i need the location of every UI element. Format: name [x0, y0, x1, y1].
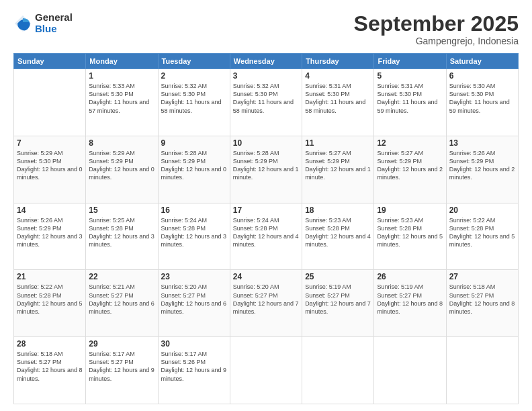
calendar-cell: 9Sunrise: 5:28 AMSunset: 5:29 PMDaylight… — [158, 136, 230, 203]
day-number: 22 — [89, 272, 154, 281]
day-info: Sunrise: 5:30 AMSunset: 5:30 PMDaylight:… — [449, 82, 515, 115]
calendar-cell: 13Sunrise: 5:26 AMSunset: 5:29 PMDayligh… — [446, 136, 518, 203]
day-number: 27 — [449, 272, 515, 281]
col-header-saturday: Saturday — [446, 54, 518, 69]
day-number: 28 — [17, 339, 83, 349]
day-number: 11 — [305, 138, 371, 148]
col-header-tuesday: Tuesday — [158, 54, 230, 69]
calendar-cell: 10Sunrise: 5:28 AMSunset: 5:29 PMDayligh… — [230, 136, 302, 203]
calendar-cell: 26Sunrise: 5:19 AMSunset: 5:27 PMDayligh… — [374, 270, 446, 337]
col-header-wednesday: Wednesday — [230, 54, 302, 69]
logo-text: General Blue — [35, 12, 73, 34]
day-info: Sunrise: 5:23 AMSunset: 5:28 PMDaylight:… — [305, 216, 371, 249]
day-info: Sunrise: 5:22 AMSunset: 5:28 PMDaylight:… — [17, 283, 83, 316]
day-info: Sunrise: 5:31 AMSunset: 5:30 PMDaylight:… — [305, 82, 371, 115]
day-info: Sunrise: 5:32 AMSunset: 5:30 PMDaylight:… — [161, 82, 227, 115]
day-info: Sunrise: 5:19 AMSunset: 5:27 PMDaylight:… — [377, 283, 443, 316]
month-title: September 2025 — [354, 12, 519, 36]
day-number: 4 — [305, 71, 371, 81]
day-info: Sunrise: 5:28 AMSunset: 5:29 PMDaylight:… — [161, 149, 227, 182]
day-info: Sunrise: 5:20 AMSunset: 5:27 PMDaylight:… — [161, 283, 227, 316]
calendar-cell: 20Sunrise: 5:22 AMSunset: 5:28 PMDayligh… — [446, 203, 518, 270]
logo-general: General — [35, 12, 73, 24]
calendar-cell: 5Sunrise: 5:31 AMSunset: 5:30 PMDaylight… — [374, 69, 446, 136]
logo-icon — [13, 14, 32, 33]
calendar-cell: 7Sunrise: 5:29 AMSunset: 5:30 PMDaylight… — [14, 136, 86, 203]
header: General Blue September 2025 Gampengrejo,… — [13, 12, 519, 46]
day-info: Sunrise: 5:27 AMSunset: 5:29 PMDaylight:… — [305, 149, 371, 182]
col-header-thursday: Thursday — [302, 54, 374, 69]
day-info: Sunrise: 5:19 AMSunset: 5:27 PMDaylight:… — [305, 283, 371, 316]
calendar-cell — [374, 337, 446, 404]
calendar-cell: 23Sunrise: 5:20 AMSunset: 5:27 PMDayligh… — [158, 270, 230, 337]
calendar-cell: 30Sunrise: 5:17 AMSunset: 5:26 PMDayligh… — [158, 337, 230, 404]
calendar-cell: 6Sunrise: 5:30 AMSunset: 5:30 PMDaylight… — [446, 69, 518, 136]
title-block: September 2025 Gampengrejo, Indonesia — [354, 12, 519, 46]
calendar-cell: 25Sunrise: 5:19 AMSunset: 5:27 PMDayligh… — [302, 270, 374, 337]
calendar-cell: 4Sunrise: 5:31 AMSunset: 5:30 PMDaylight… — [302, 69, 374, 136]
calendar-cell: 8Sunrise: 5:29 AMSunset: 5:29 PMDaylight… — [86, 136, 158, 203]
day-info: Sunrise: 5:28 AMSunset: 5:29 PMDaylight:… — [233, 149, 299, 182]
calendar-header-row: SundayMondayTuesdayWednesdayThursdayFrid… — [14, 54, 519, 69]
day-number: 10 — [233, 138, 299, 148]
day-number: 14 — [17, 205, 83, 215]
week-row-2: 7Sunrise: 5:29 AMSunset: 5:30 PMDaylight… — [14, 136, 519, 203]
calendar-cell — [230, 337, 302, 404]
day-info: Sunrise: 5:18 AMSunset: 5:27 PMDaylight:… — [17, 350, 83, 383]
day-number: 1 — [89, 71, 154, 81]
day-info: Sunrise: 5:29 AMSunset: 5:30 PMDaylight:… — [17, 149, 83, 182]
day-number: 8 — [89, 138, 154, 148]
calendar-table: SundayMondayTuesdayWednesdayThursdayFrid… — [13, 53, 519, 404]
week-row-4: 21Sunrise: 5:22 AMSunset: 5:28 PMDayligh… — [14, 270, 519, 337]
week-row-3: 14Sunrise: 5:26 AMSunset: 5:29 PMDayligh… — [14, 203, 519, 270]
day-info: Sunrise: 5:17 AMSunset: 5:27 PMDaylight:… — [89, 350, 154, 383]
calendar-cell: 1Sunrise: 5:33 AMSunset: 5:30 PMDaylight… — [86, 69, 158, 136]
day-info: Sunrise: 5:21 AMSunset: 5:27 PMDaylight:… — [89, 283, 154, 316]
day-number: 25 — [305, 272, 371, 281]
calendar-cell: 2Sunrise: 5:32 AMSunset: 5:30 PMDaylight… — [158, 69, 230, 136]
day-number: 2 — [161, 71, 227, 81]
day-number: 5 — [377, 71, 443, 81]
calendar-cell: 27Sunrise: 5:18 AMSunset: 5:27 PMDayligh… — [446, 270, 518, 337]
week-row-5: 28Sunrise: 5:18 AMSunset: 5:27 PMDayligh… — [14, 337, 519, 404]
day-info: Sunrise: 5:32 AMSunset: 5:30 PMDaylight:… — [233, 82, 299, 115]
logo: General Blue — [13, 12, 73, 34]
day-number: 30 — [161, 339, 227, 349]
day-number: 24 — [233, 272, 299, 281]
calendar-cell: 11Sunrise: 5:27 AMSunset: 5:29 PMDayligh… — [302, 136, 374, 203]
col-header-friday: Friday — [374, 54, 446, 69]
day-number: 23 — [161, 272, 227, 281]
day-info: Sunrise: 5:22 AMSunset: 5:28 PMDaylight:… — [449, 216, 515, 249]
calendar-cell: 15Sunrise: 5:25 AMSunset: 5:28 PMDayligh… — [86, 203, 158, 270]
day-info: Sunrise: 5:20 AMSunset: 5:27 PMDaylight:… — [233, 283, 299, 316]
day-info: Sunrise: 5:31 AMSunset: 5:30 PMDaylight:… — [377, 82, 443, 115]
location-subtitle: Gampengrejo, Indonesia — [354, 36, 519, 46]
day-number: 21 — [17, 272, 83, 281]
calendar-cell: 18Sunrise: 5:23 AMSunset: 5:28 PMDayligh… — [302, 203, 374, 270]
logo-blue: Blue — [35, 24, 73, 35]
calendar-cell: 3Sunrise: 5:32 AMSunset: 5:30 PMDaylight… — [230, 69, 302, 136]
col-header-monday: Monday — [86, 54, 158, 69]
day-number: 17 — [233, 205, 299, 215]
calendar-cell: 16Sunrise: 5:24 AMSunset: 5:28 PMDayligh… — [158, 203, 230, 270]
calendar-cell: 17Sunrise: 5:24 AMSunset: 5:28 PMDayligh… — [230, 203, 302, 270]
col-header-sunday: Sunday — [14, 54, 86, 69]
calendar-cell: 19Sunrise: 5:23 AMSunset: 5:28 PMDayligh… — [374, 203, 446, 270]
calendar-cell: 22Sunrise: 5:21 AMSunset: 5:27 PMDayligh… — [86, 270, 158, 337]
day-info: Sunrise: 5:18 AMSunset: 5:27 PMDaylight:… — [449, 283, 515, 316]
day-info: Sunrise: 5:26 AMSunset: 5:29 PMDaylight:… — [449, 149, 515, 182]
day-info: Sunrise: 5:26 AMSunset: 5:29 PMDaylight:… — [17, 216, 83, 249]
day-info: Sunrise: 5:24 AMSunset: 5:28 PMDaylight:… — [233, 216, 299, 249]
day-info: Sunrise: 5:24 AMSunset: 5:28 PMDaylight:… — [161, 216, 227, 249]
day-number: 29 — [89, 339, 154, 349]
day-number: 26 — [377, 272, 443, 281]
calendar-cell: 28Sunrise: 5:18 AMSunset: 5:27 PMDayligh… — [14, 337, 86, 404]
day-number: 3 — [233, 71, 299, 81]
day-number: 15 — [89, 205, 154, 215]
day-number: 7 — [17, 138, 83, 148]
week-row-1: 1Sunrise: 5:33 AMSunset: 5:30 PMDaylight… — [14, 69, 519, 136]
day-number: 16 — [161, 205, 227, 215]
calendar-cell — [446, 337, 518, 404]
day-info: Sunrise: 5:29 AMSunset: 5:29 PMDaylight:… — [89, 149, 154, 182]
day-number: 6 — [449, 71, 515, 81]
